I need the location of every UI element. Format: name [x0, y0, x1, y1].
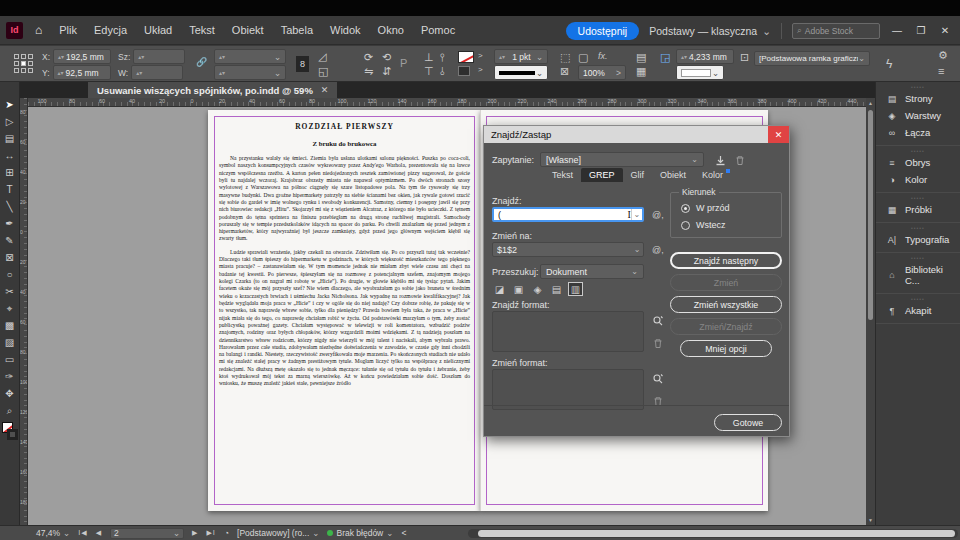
- panel-item-warstwy[interactable]: ◈ Warstwy: [876, 107, 960, 124]
- panel-grip[interactable]: •••••: [876, 294, 960, 302]
- preflight-status[interactable]: Brak błędów ⌄: [327, 528, 393, 538]
- tab-close-icon[interactable]: ✕: [321, 85, 329, 95]
- panel-item-strony[interactable]: ▤ Strony: [876, 90, 960, 107]
- scroll-up-icon[interactable]: ▲: [866, 100, 875, 106]
- specify-change-format-icon[interactable]: [650, 372, 666, 386]
- panel-grip[interactable]: •••••: [876, 253, 960, 261]
- line-tool[interactable]: ╲: [2, 198, 18, 215]
- direction-forward-radio[interactable]: W przód: [681, 203, 730, 213]
- last-page-button[interactable]: ▶Ⅰ: [206, 529, 215, 537]
- panel-grip[interactable]: •••••: [876, 82, 960, 90]
- menu-widok[interactable]: Widok: [330, 24, 361, 36]
- include-master-pages-icon[interactable]: ▤: [549, 282, 564, 296]
- stepper-icon[interactable]: ▴▾: [58, 71, 64, 75]
- marquee-icon[interactable]: ⬚: [560, 51, 570, 64]
- change-format-box[interactable]: [492, 369, 644, 410]
- scissors-tool[interactable]: ✂: [2, 283, 18, 300]
- horizontal-scrollbar[interactable]: [468, 529, 958, 538]
- search-scope-dropdown[interactable]: Dokument ⌄: [540, 264, 644, 279]
- gap-tool[interactable]: ↔: [2, 147, 18, 164]
- flip-vertical-icon[interactable]: ⇵: [382, 65, 391, 78]
- include-hidden-layers-icon[interactable]: ◈: [530, 282, 545, 296]
- quick-actions-icon[interactable]: ϟ: [886, 57, 892, 71]
- direction-backward-radio[interactable]: Wstecz: [681, 220, 726, 230]
- clear-find-format-icon[interactable]: [650, 336, 666, 350]
- stepper-icon[interactable]: ▴▾: [58, 55, 64, 59]
- opacity-dropdown[interactable]: 100%>: [578, 65, 626, 80]
- reference-point-grid[interactable]: [14, 54, 34, 74]
- flip-horizontal-icon[interactable]: ⇋: [364, 65, 373, 78]
- panel-grip[interactable]: •••••: [876, 146, 960, 154]
- distribute-icon[interactable]: ⫯: [440, 51, 445, 64]
- selection-tool[interactable]: ➤: [2, 96, 18, 113]
- find-next-button[interactable]: Znajdź następny: [670, 252, 782, 269]
- save-query-icon[interactable]: [712, 153, 728, 167]
- change-all-button[interactable]: Zmień wszystkie: [670, 296, 782, 313]
- effects-fx-icon[interactable]: fx.: [598, 51, 608, 61]
- include-locked-stories-icon[interactable]: ▣: [511, 282, 526, 296]
- panel-grip[interactable]: •••••: [876, 193, 960, 201]
- panel-menu-icon[interactable]: ≡: [938, 65, 944, 77]
- vertical-ruler[interactable]: 80604020020406080100120140160180: [20, 98, 28, 525]
- link-scale-badge[interactable]: 8: [296, 56, 309, 72]
- find-input[interactable]: I ⌄: [492, 207, 644, 222]
- done-button[interactable]: Gotowe: [714, 414, 782, 431]
- menu-okno[interactable]: Okno: [378, 24, 404, 36]
- change-input[interactable]: ⌄: [492, 242, 644, 257]
- tab-glif[interactable]: Glif: [623, 168, 653, 182]
- change-input-field[interactable]: [493, 243, 631, 256]
- panel-item-lacza[interactable]: ∞ Łącza: [876, 124, 960, 141]
- pen-tool[interactable]: ✒: [2, 215, 18, 232]
- delete-query-icon[interactable]: [732, 153, 748, 167]
- direct-selection-tool[interactable]: ▷: [2, 113, 18, 130]
- menu-plik[interactable]: Plik: [59, 24, 77, 36]
- find-specials-icon[interactable]: @,: [652, 210, 664, 220]
- share-button[interactable]: Udostępnij: [566, 22, 640, 40]
- menu-tabela[interactable]: Tabela: [281, 24, 313, 36]
- fill-flyout-icon[interactable]: >: [478, 51, 483, 60]
- panel-item-typografia[interactable]: A| Typografia: [876, 231, 960, 248]
- menu-tekst[interactable]: Tekst: [189, 24, 215, 36]
- change-specials-icon[interactable]: @,: [652, 245, 664, 255]
- zoom-tool[interactable]: ⌕: [2, 402, 18, 419]
- zoom-level-dropdown[interactable]: 47,4% ⌄: [36, 528, 70, 538]
- rotate-angle-icon[interactable]: ◱: [318, 65, 328, 78]
- panel-item-kolor[interactable]: ◑ Kolor: [876, 171, 960, 188]
- next-page-button[interactable]: ▶: [192, 529, 198, 537]
- fewer-options-button[interactable]: Mniej opcji: [680, 340, 772, 357]
- frame-fitting-icon[interactable]: ▢: [578, 51, 588, 64]
- page-number-dropdown[interactable]: 2 ⌄: [110, 528, 184, 539]
- panel-item-biblioteki[interactable]: ⌂ Biblioteki C...: [876, 261, 960, 289]
- y-position-field[interactable]: Y: ▴▾92,5 mm: [42, 65, 111, 80]
- pencil-tool[interactable]: ✎: [2, 232, 18, 249]
- scale-y-dropdown[interactable]: ▴▾⌄: [214, 65, 286, 80]
- find-format-box[interactable]: [492, 311, 644, 352]
- panel-item-probki[interactable]: ▦ Próbki: [876, 201, 960, 218]
- frame-tool[interactable]: ⊠: [2, 249, 18, 266]
- stroke-style-dropdown[interactable]: ⌄: [494, 65, 548, 80]
- object-style-dropdown[interactable]: [Podstawowa ramka graficzna]⌄: [754, 51, 870, 66]
- workspace-switcher[interactable]: Podstawy — klasyczna ⌄: [649, 25, 771, 37]
- dialog-title[interactable]: Znajdź/Zastąp: [484, 126, 789, 143]
- gear-icon[interactable]: ⚙: [938, 49, 948, 62]
- find-history-chevron[interactable]: ⌄: [631, 209, 642, 220]
- menu-pomoc[interactable]: Pomoc: [421, 24, 455, 36]
- constrain-proportions-icon[interactable]: 🔗: [196, 57, 207, 67]
- x-position-field[interactable]: X: ▴▾192,5 mm: [42, 49, 111, 64]
- preflight-profile-dropdown[interactable]: [Podstawowy] (ro... ⌄: [237, 528, 319, 538]
- hand-tool[interactable]: ✥: [2, 385, 18, 402]
- horizontal-scroll-thumb[interactable]: [478, 530, 955, 537]
- restore-button[interactable]: ❐: [914, 25, 928, 36]
- note-tool[interactable]: ▭: [2, 351, 18, 368]
- menu-edycja[interactable]: Edycja: [94, 24, 127, 36]
- fit-content-icon[interactable]: ⊠: [560, 65, 569, 78]
- height-field[interactable]: W: ▴▾: [118, 65, 183, 80]
- corner-radius-field[interactable]: ▴▾4,233 mm: [676, 49, 734, 64]
- shear-icon[interactable]: ◿: [318, 50, 326, 63]
- adobe-stock-search[interactable]: ⌕ Adobe Stock: [792, 23, 880, 39]
- query-dropdown[interactable]: [Własne] ⌄: [540, 152, 704, 167]
- free-transform-tool[interactable]: ⌖: [2, 300, 18, 317]
- document-tab[interactable]: Usuwanie wiszących spójników, po.indd @ …: [88, 82, 337, 98]
- fill-stroke-proxy[interactable]: [2, 422, 18, 440]
- gradient-feather-tool[interactable]: ▨: [2, 334, 18, 351]
